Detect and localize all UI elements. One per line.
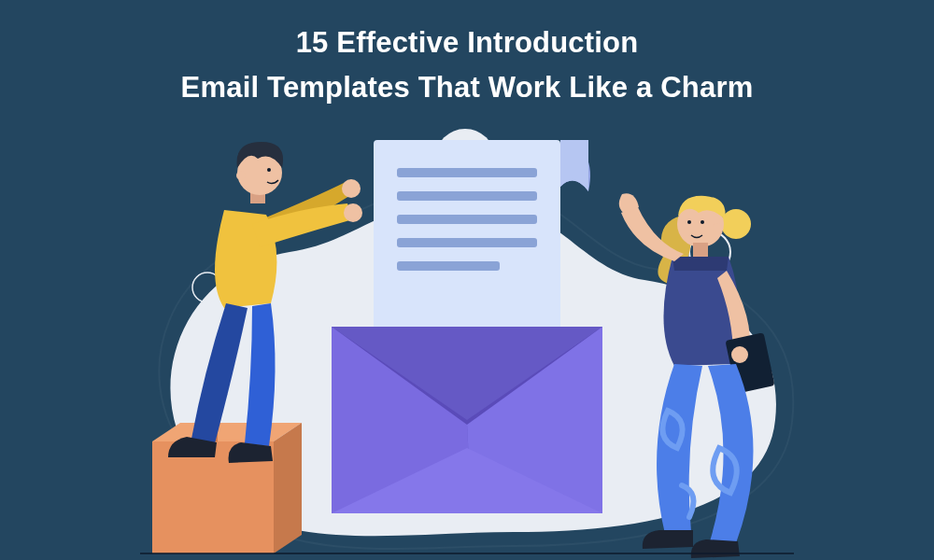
svg-point-20 — [687, 220, 691, 224]
title-line-2: Email Templates That Work Like a Charm — [181, 71, 754, 104]
title-line-1: 15 Effective Introduction — [296, 26, 639, 59]
svg-point-17 — [721, 209, 751, 239]
svg-rect-22 — [693, 243, 708, 257]
svg-point-15 — [236, 171, 246, 180]
svg-rect-9 — [397, 261, 500, 271]
svg-point-24 — [731, 346, 748, 363]
svg-point-19 — [713, 223, 722, 232]
svg-rect-6 — [397, 191, 537, 201]
svg-rect-7 — [397, 215, 537, 224]
ground-line — [112, 549, 822, 558]
page-title: 15 Effective Introduction Email Template… — [0, 21, 934, 110]
svg-point-11 — [342, 179, 361, 198]
envelope-icon — [322, 140, 612, 523]
svg-point-21 — [700, 220, 704, 224]
svg-point-12 — [344, 203, 362, 222]
person-right — [598, 168, 822, 560]
hero-illustration — [112, 131, 822, 560]
person-left — [140, 131, 364, 523]
svg-point-16 — [267, 168, 271, 172]
svg-rect-5 — [397, 168, 537, 177]
svg-rect-8 — [397, 238, 537, 247]
